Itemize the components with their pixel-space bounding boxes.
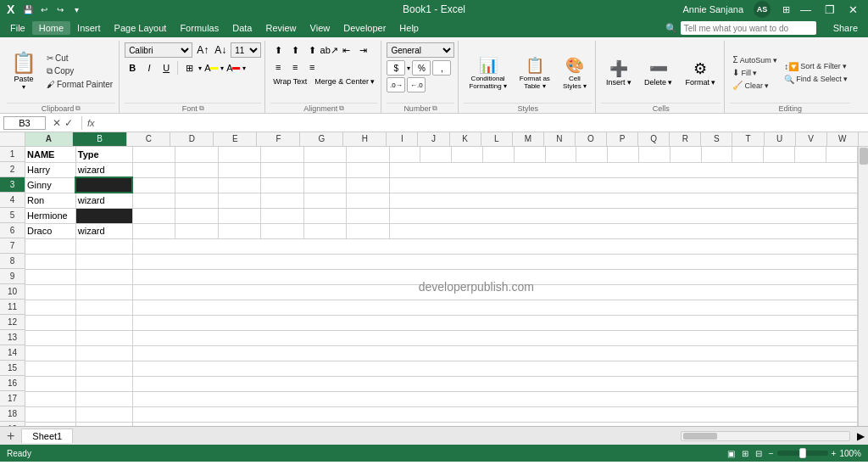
menu-home[interactable]: Home [32,21,70,35]
row-header-7[interactable]: 7 [0,238,25,254]
cell-H2[interactable] [347,162,389,177]
row-header-5[interactable]: 5 [0,208,25,223]
orientation-button[interactable]: ab↗ [321,42,337,58]
fill-dropdown[interactable]: ▾ [220,64,224,72]
align-left-button[interactable]: ≡ [270,59,286,75]
cell-C6[interactable] [132,223,175,238]
cell-rest-2[interactable] [389,162,857,177]
font-size-select[interactable]: 11 [231,42,261,58]
col-header-a[interactable]: A [25,132,73,146]
row-header-2[interactable]: 2 [0,162,25,177]
cell-F2[interactable] [261,162,303,177]
cell-H1[interactable] [347,147,389,162]
row-header-16[interactable]: 16 [0,376,25,391]
cell-E5[interactable] [218,208,260,223]
row-header-10[interactable]: 10 [0,284,25,300]
col-header-o[interactable]: O [576,132,607,146]
minimize-button[interactable]: — [797,3,815,16]
cell-B10[interactable] [75,284,132,300]
cell-G4[interactable] [303,193,346,208]
formula-input[interactable] [100,116,865,130]
indent-decrease-button[interactable]: ⇤ [338,42,353,58]
cell-H6[interactable] [347,223,389,238]
cell-B12[interactable] [75,315,132,330]
redo-qat-button[interactable]: ↪ [53,3,67,16]
cell-A12[interactable] [25,315,75,330]
cut-button[interactable]: ✂ Cut [44,53,115,64]
menu-help[interactable]: Help [392,21,426,35]
cell-B14[interactable] [75,345,132,361]
find-select-button[interactable]: 🔍 Find & Select ▾ [782,74,850,85]
cell-rest-14[interactable] [132,345,857,361]
cell-B13[interactable] [75,330,132,345]
col-header-i[interactable]: I [387,132,418,146]
menu-file[interactable]: File [3,21,32,35]
cell-rest-7[interactable] [132,238,857,254]
row-header-11[interactable]: 11 [0,300,25,315]
increase-decimal-button[interactable]: .0→ [387,77,405,92]
format-painter-button[interactable]: 🖌 Format Painter [44,79,115,90]
cell-O1[interactable] [576,147,608,162]
cell-K1[interactable] [452,147,483,162]
cell-T1[interactable] [732,147,764,162]
cell-rest-6[interactable] [389,223,857,238]
row-header-14[interactable]: 14 [0,345,25,361]
col-header-k[interactable]: K [450,132,481,146]
col-header-r[interactable]: R [670,132,701,146]
cell-G6[interactable] [303,223,346,238]
align-top-center-button[interactable]: ⬆ [287,42,303,58]
menu-insert[interactable]: Insert [70,21,108,35]
qat-more-button[interactable]: ▾ [70,3,83,16]
cell-B6[interactable]: wizard [75,223,132,238]
row-header-12[interactable]: 12 [0,315,25,330]
font-color-dropdown[interactable]: ▾ [242,64,246,72]
cell-S1[interactable] [701,147,732,162]
page-layout-button[interactable]: ⊞ [742,449,748,458]
align-top-right-button[interactable]: ⬆ [304,42,320,58]
cell-rest-4[interactable] [389,193,857,208]
currency-dropdown[interactable]: ▾ [407,64,410,72]
cell-R1[interactable] [670,147,701,162]
cell-H5[interactable] [347,208,389,223]
cell-Q1[interactable] [639,147,670,162]
row-header-1[interactable]: 1 [0,147,25,162]
menu-formulas[interactable]: Formulas [173,21,225,35]
indent-increase-button[interactable]: ⇥ [355,42,370,58]
col-header-p[interactable]: P [607,132,638,146]
delete-button[interactable]: ➖ Delete ▾ [639,58,678,88]
align-right-button[interactable]: ≡ [304,59,320,75]
share-button[interactable]: Share [826,21,865,35]
cell-C2[interactable] [132,162,175,177]
align-center-button[interactable]: ≡ [287,59,303,75]
zoom-out-button[interactable]: − [769,449,774,458]
cell-D4[interactable] [175,193,218,208]
format-button[interactable]: ⚙ Format ▾ [680,58,721,88]
format-as-table-button[interactable]: 📋 Format asTable ▾ [515,54,555,92]
font-grow-icon[interactable]: A↑ [195,44,210,56]
row-header-18[interactable]: 18 [0,406,25,422]
col-header-t[interactable]: T [732,132,764,146]
insert-button[interactable]: ➕ Insert ▾ [601,58,637,88]
cell-H3[interactable] [347,177,389,193]
percent-button[interactable]: % [412,60,431,76]
user-avatar[interactable]: AS [754,1,771,18]
cell-rest-3[interactable] [389,177,857,193]
cell-G5[interactable] [303,208,346,223]
cell-B15[interactable] [75,361,132,376]
cell-E4[interactable] [218,193,260,208]
font-color-button[interactable]: A [225,60,241,76]
wrap-text-button[interactable]: Wrap Text [270,76,309,87]
cell-reference-input[interactable] [3,116,46,130]
cell-H4[interactable] [347,193,389,208]
new-sheet-button[interactable]: + [0,427,21,445]
cell-D1[interactable] [175,147,218,162]
row-header-6[interactable]: 6 [0,223,25,238]
cell-rest-10[interactable] [132,284,857,300]
menu-data[interactable]: Data [225,21,259,35]
number-format-select[interactable]: General [387,42,454,58]
cell-D6[interactable] [175,223,218,238]
cell-F1[interactable] [261,147,303,162]
vertical-scrollbar[interactable] [858,147,868,426]
col-header-g[interactable]: G [300,132,343,146]
col-header-d[interactable]: D [170,132,214,146]
